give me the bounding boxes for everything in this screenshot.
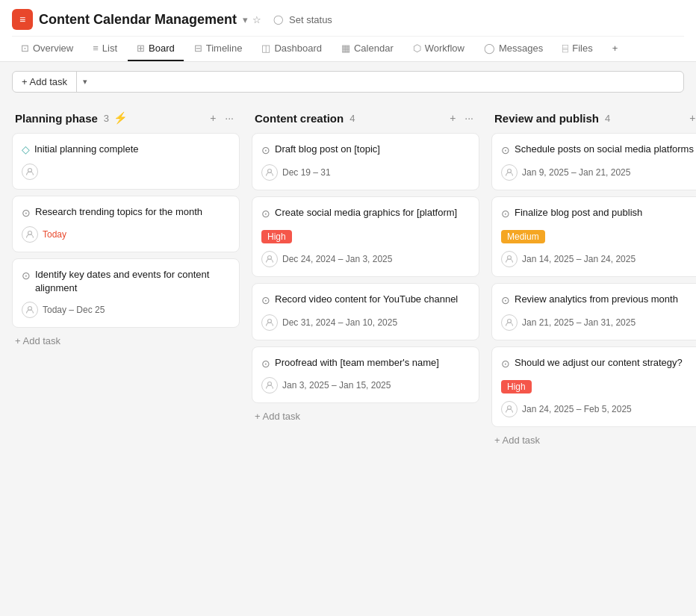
nav-item-dashboard[interactable]: ◫ Dashboard bbox=[252, 37, 331, 61]
card-meta: Today – Dec 25 bbox=[22, 302, 230, 318]
column-header-actions: +··· bbox=[447, 111, 476, 125]
nav-item-overview[interactable]: ⊡ Overview bbox=[12, 37, 82, 61]
column-add-button[interactable]: + bbox=[447, 111, 459, 125]
nav-item-timeline[interactable]: ⊟ Timeline bbox=[185, 37, 252, 61]
card-title: ⊙Should we adjust our content strategy? bbox=[501, 356, 696, 372]
card-title-text: Initial planning complete bbox=[34, 143, 138, 156]
star-icon[interactable]: ☆ bbox=[252, 14, 261, 25]
card[interactable]: ⊙Create social media graphics for [platf… bbox=[252, 196, 479, 278]
avatar bbox=[261, 164, 278, 181]
card-meta: Jan 21, 2025 – Jan 31, 2025 bbox=[501, 314, 696, 331]
board-icon: ⊞ bbox=[137, 43, 145, 54]
avatar bbox=[501, 164, 518, 181]
card[interactable]: ⊙Finalize blog post and publishMediumJan… bbox=[491, 196, 696, 278]
nav-item-calendar[interactable]: ▦ Calendar bbox=[332, 37, 403, 61]
check-circle-icon: ⊙ bbox=[501, 207, 510, 222]
nav-item-files[interactable]: ⌸ Files bbox=[553, 37, 601, 61]
avatar bbox=[261, 314, 278, 331]
nav-label-calendar: Calendar bbox=[354, 43, 394, 54]
avatar bbox=[501, 401, 518, 417]
title-actions: ▾ ☆ bbox=[243, 14, 261, 25]
add-task-row[interactable]: + Add task bbox=[252, 403, 479, 429]
card-title-text: Proofread with [team member's name] bbox=[275, 356, 439, 370]
card-title-text: Should we adjust our content strategy? bbox=[515, 356, 683, 370]
card[interactable]: ⊙Should we adjust our content strategy?H… bbox=[491, 346, 696, 428]
card[interactable]: ⊙Proofread with [team member's name]Jan … bbox=[252, 346, 479, 404]
card[interactable]: ⊙Record video content for YouTube channe… bbox=[252, 283, 479, 340]
card-meta: Jan 9, 2025 – Jan 21, 2025 bbox=[501, 164, 696, 181]
nav-item-workflow[interactable]: ⬡ Workflow bbox=[404, 37, 473, 61]
overview-icon: ⊡ bbox=[21, 43, 29, 54]
card[interactable]: ◇Initial planning complete bbox=[12, 133, 240, 190]
card-title: ⊙Schedule posts on social media platform… bbox=[501, 143, 696, 158]
avatar bbox=[22, 226, 38, 243]
card-date: Dec 24, 2024 – Jan 3, 2025 bbox=[282, 254, 392, 264]
column-header-actions: +··· bbox=[686, 111, 696, 125]
card-title: ⊙Review analytics from previous month bbox=[501, 293, 696, 308]
card[interactable]: ⊙Schedule posts on social media platform… bbox=[491, 133, 696, 190]
card[interactable]: ⊙Research trending topics for the monthT… bbox=[12, 196, 240, 253]
set-status-button[interactable]: Set status bbox=[289, 14, 332, 25]
column-title: Content creation bbox=[255, 112, 344, 125]
column-count: 4 bbox=[349, 113, 355, 124]
list-icon: ≡ bbox=[93, 43, 99, 54]
card-meta: Dec 24, 2024 – Jan 3, 2025 bbox=[261, 251, 470, 267]
card-title-text: Draft blog post on [topic] bbox=[275, 143, 380, 156]
add-task-row[interactable]: + Add task bbox=[12, 328, 240, 354]
diamond-icon: ◇ bbox=[22, 143, 30, 158]
header: ≡ Content Calendar Management ▾ ☆ ◯ Set … bbox=[0, 0, 696, 62]
nav-item-board[interactable]: ⊞ Board bbox=[128, 37, 184, 61]
priority-badge: High bbox=[261, 230, 292, 243]
card-title: ⊙Identify key dates and events for conte… bbox=[22, 268, 230, 295]
card-date: Jan 24, 2025 – Feb 5, 2025 bbox=[522, 404, 632, 414]
nav-item-list[interactable]: ≡ List bbox=[84, 37, 126, 61]
files-icon: ⌸ bbox=[562, 43, 568, 54]
card[interactable]: ⊙Identify key dates and events for conte… bbox=[12, 258, 240, 327]
avatar bbox=[501, 251, 518, 267]
add-task-dropdown-arrow[interactable]: ▾ bbox=[77, 72, 93, 91]
priority-badge: High bbox=[501, 380, 532, 393]
dropdown-icon[interactable]: ▾ bbox=[243, 14, 248, 25]
add-task-main[interactable]: + Add task bbox=[13, 72, 77, 92]
card-title: ⊙Research trending topics for the month bbox=[22, 205, 230, 221]
bolt-icon[interactable]: ⚡ bbox=[114, 111, 128, 125]
title-bar: ≡ Content Calendar Management ▾ ☆ ◯ Set … bbox=[12, 0, 684, 36]
column-count: 4 bbox=[605, 113, 610, 124]
card-meta: Jan 14, 2025 – Jan 24, 2025 bbox=[501, 251, 696, 267]
calendar-icon: ▦ bbox=[341, 43, 350, 54]
avatar bbox=[261, 377, 278, 393]
check-circle-icon: ⊙ bbox=[501, 293, 510, 308]
card-title: ⊙Create social media graphics for [platf… bbox=[261, 206, 470, 222]
card[interactable]: ⊙Draft blog post on [topic]Dec 19 – 31 bbox=[252, 133, 479, 190]
card-meta: Dec 31, 2024 – Jan 10, 2025 bbox=[261, 314, 470, 331]
card-title-text: Research trending topics for the month bbox=[35, 205, 202, 219]
column-title: Planning phase bbox=[15, 112, 98, 125]
card-title-text: Identify key dates and events for conten… bbox=[35, 268, 230, 295]
check-circle-icon: ⊙ bbox=[261, 143, 270, 158]
column-planning-phase: Planning phase3⚡+···◇Initial planning co… bbox=[12, 102, 240, 609]
column-count: 3 bbox=[104, 113, 109, 124]
nav-label-timeline: Timeline bbox=[206, 43, 243, 54]
messages-icon: ◯ bbox=[484, 43, 495, 54]
check-circle-icon: ⊙ bbox=[22, 206, 31, 221]
dashboard-icon: ◫ bbox=[261, 43, 270, 54]
add-task-button[interactable]: + Add task ▾ bbox=[12, 71, 684, 93]
column-add-button[interactable]: + bbox=[207, 111, 219, 125]
nav-item-messages[interactable]: ◯ Messages bbox=[475, 37, 552, 61]
check-circle-icon: ⊙ bbox=[22, 269, 31, 284]
cards-list: ⊙Draft blog post on [topic]Dec 19 – 31⊙C… bbox=[252, 133, 479, 403]
column-content-creation: Content creation4+···⊙Draft blog post on… bbox=[252, 102, 479, 609]
nav-label-list: List bbox=[102, 43, 117, 54]
nav-item-add[interactable]: + bbox=[603, 37, 627, 61]
column-more-button[interactable]: ··· bbox=[462, 111, 476, 125]
column-header-actions: +··· bbox=[207, 111, 237, 125]
card-title-text: Schedule posts on social media platforms bbox=[515, 143, 694, 156]
column-add-button[interactable]: + bbox=[686, 111, 696, 125]
column-more-button[interactable]: ··· bbox=[222, 111, 237, 125]
card-date: Jan 9, 2025 – Jan 21, 2025 bbox=[522, 167, 630, 178]
card[interactable]: ⊙Review analytics from previous monthJan… bbox=[491, 283, 696, 340]
add-task-row[interactable]: + Add task bbox=[491, 427, 696, 453]
workflow-icon: ⬡ bbox=[413, 43, 421, 54]
card-meta: Jan 24, 2025 – Feb 5, 2025 bbox=[501, 401, 696, 417]
card-meta bbox=[22, 164, 230, 180]
